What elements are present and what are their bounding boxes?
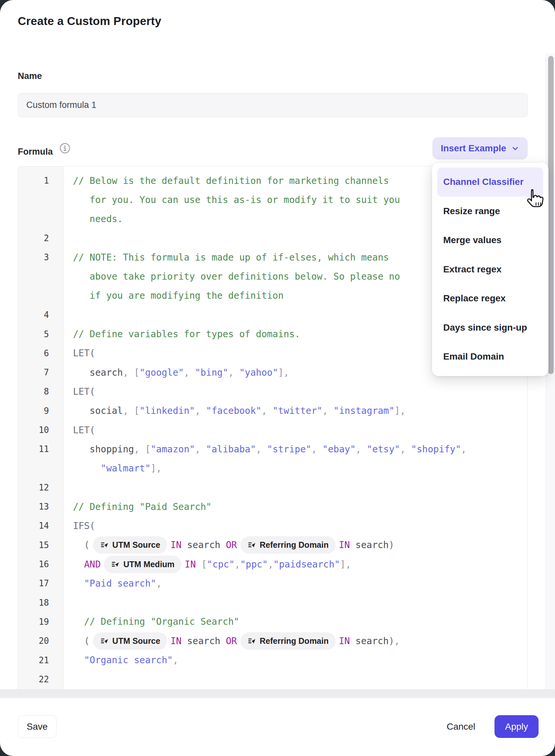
line-number: 22: [18, 674, 63, 684]
property-token-icon: [247, 541, 256, 549]
code-segment: IN: [185, 559, 196, 570]
code-segment: (: [73, 636, 90, 646]
footer-divider: [0, 698, 555, 698]
line-number: 2: [18, 233, 63, 243]
code-segment: // NOTE: This formula is made up of if-e…: [73, 252, 389, 263]
code-segment: ,: [256, 444, 267, 455]
code-line[interactable]: shopping, ["amazon", "alibaba", "stripe"…: [63, 444, 527, 455]
code-segment: LET(: [73, 348, 95, 359]
code-segment: "bing": [195, 367, 228, 378]
code-segment: , [: [134, 444, 151, 455]
menu-item-replace-regex[interactable]: Replace regex: [437, 284, 543, 313]
line-number: 17: [18, 579, 63, 588]
menu-item-email-domain[interactable]: Email Domain: [437, 342, 543, 371]
code-line[interactable]: (UTM SourceIN search ORReferring DomainI…: [63, 536, 527, 554]
code-line[interactable]: "walmart"],: [63, 463, 527, 474]
name-input[interactable]: [18, 93, 528, 117]
line-number: 18: [18, 598, 63, 608]
code-segment: // Defining "Organic Search": [73, 616, 239, 627]
hand-cursor-icon: [524, 188, 545, 210]
line-number: 20: [18, 636, 63, 646]
code-segment: "yahoo": [239, 367, 278, 378]
code-line[interactable]: (UTM SourceIN search ORReferring DomainI…: [63, 632, 527, 650]
code-segment: (: [73, 540, 90, 550]
property-token-pill[interactable]: UTM Source: [93, 536, 167, 554]
info-icon[interactable]: [59, 143, 70, 154]
code-line[interactable]: LET(: [63, 425, 527, 436]
property-token-pill[interactable]: Referring Domain: [240, 632, 336, 650]
code-segment: ,: [461, 444, 467, 455]
code-segment: ,: [195, 405, 206, 416]
code-row: 10LET(: [18, 421, 527, 440]
horizontal-scrollbar[interactable]: [0, 689, 555, 697]
menu-item-merge-values[interactable]: Merge values: [437, 226, 543, 255]
code-segment: ],: [394, 405, 406, 416]
code-row: 22: [18, 670, 527, 689]
code-segment: , [: [123, 405, 140, 416]
code-segment: [73, 578, 84, 589]
code-segment: search: [181, 540, 226, 550]
line-number: 11: [18, 444, 63, 454]
code-line[interactable]: // Defining "Paid Search": [63, 502, 527, 512]
code-segment: "instagram": [333, 405, 394, 416]
code-segment: ],: [278, 367, 289, 378]
property-token-icon: [111, 560, 120, 569]
code-segment: "google": [139, 367, 184, 378]
code-segment: , [: [123, 367, 140, 378]
line-number: 21: [18, 655, 63, 665]
insert-example-button[interactable]: Insert Example: [432, 137, 528, 160]
code-segment: ,: [235, 559, 240, 570]
code-segment: for you. You can use this as-is or modif…: [73, 194, 400, 205]
line-number: 14: [18, 521, 63, 531]
property-token-icon: [100, 541, 109, 549]
code-segment: "facebook": [206, 405, 262, 416]
code-line[interactable]: LET(: [63, 386, 527, 397]
code-segment: search: [181, 636, 226, 646]
code-segment: "etsy": [367, 444, 400, 455]
line-number: 3: [18, 252, 63, 262]
code-segment: LET(: [73, 425, 95, 436]
formula-label: Formula: [18, 147, 53, 157]
menu-item-extract-regex[interactable]: Extract regex: [437, 255, 543, 284]
property-token-label: Referring Domain: [260, 636, 329, 646]
code-segment: ,: [173, 655, 178, 666]
property-token-pill[interactable]: UTM Source: [93, 632, 167, 650]
line-number: 16: [18, 559, 63, 569]
code-line[interactable]: "Paid search",: [63, 578, 527, 589]
vertical-scrollbar-thumb[interactable]: [548, 56, 554, 374]
code-row: 19 // Defining "Organic Search": [18, 612, 527, 631]
code-segment: ,: [394, 636, 400, 646]
code-line[interactable]: social, ["linkedin", "facebook", "twitte…: [63, 405, 527, 416]
line-number: 19: [18, 617, 63, 627]
property-token-pill[interactable]: Referring Domain: [240, 536, 336, 554]
code-segment: "amazon": [151, 444, 195, 455]
property-token-pill[interactable]: UTM Medium: [104, 556, 181, 573]
code-segment: OR: [226, 540, 237, 550]
code-line[interactable]: ANDUTM MediumIN ["cpc","ppc","paidsearch…: [63, 556, 527, 573]
cancel-button[interactable]: Cancel: [438, 715, 484, 738]
property-token-label: UTM Source: [113, 540, 161, 550]
code-segment: ,: [356, 444, 367, 455]
code-segment: if you are modifying the definition: [73, 290, 284, 301]
menu-item-days-since-sign-up[interactable]: Days since sign-up: [437, 313, 543, 343]
code-row: 20 (UTM SourceIN search ORReferring Doma…: [18, 631, 527, 650]
code-line[interactable]: "Organic search",: [63, 655, 527, 666]
code-segment: ,: [311, 444, 323, 455]
code-row: 17 "Paid search",: [18, 574, 527, 593]
save-button[interactable]: Save: [18, 715, 56, 738]
code-segment: above take priority over definitions bel…: [73, 271, 400, 282]
code-segment: "Organic search": [84, 655, 173, 666]
code-segment: ],: [340, 559, 351, 570]
code-segment: shopping: [73, 444, 134, 455]
code-line[interactable]: // Defining "Organic Search": [63, 616, 527, 627]
code-segment: LET(: [73, 386, 95, 397]
code-row: 11 shopping, ["amazon", "alibaba", "stri…: [18, 440, 527, 459]
code-segment: "paidsearch": [273, 559, 340, 570]
code-segment: ,: [195, 444, 206, 455]
property-token-label: UTM Medium: [123, 560, 175, 569]
code-line[interactable]: IFS(: [63, 520, 527, 531]
apply-button[interactable]: Apply: [495, 715, 539, 738]
code-row: "walmart"],: [18, 459, 527, 478]
code-segment: AND: [73, 559, 100, 570]
code-segment: "twitter": [272, 405, 323, 416]
